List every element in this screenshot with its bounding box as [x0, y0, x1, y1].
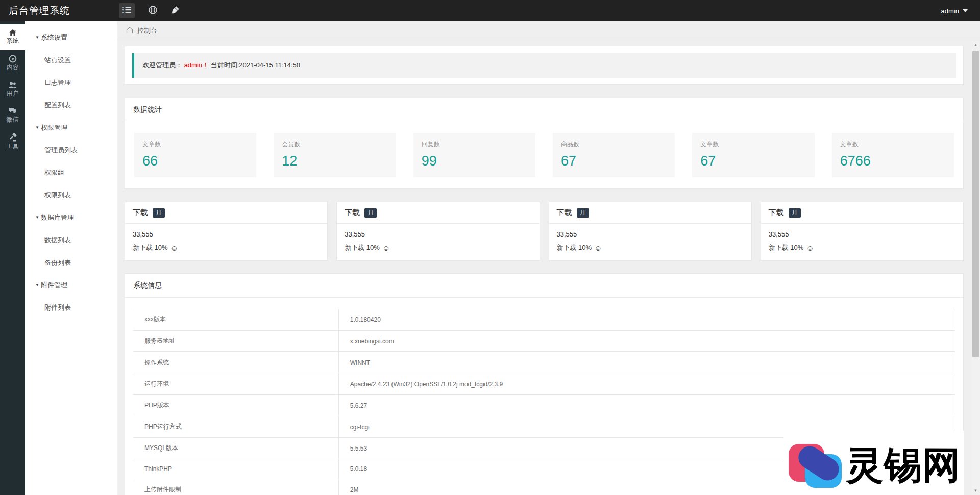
table-row: xxx版本1.0.180420: [133, 309, 955, 331]
month-badge: 月: [364, 208, 377, 218]
download-card: 下载 月 33,555 新下载 10% ☺: [336, 202, 540, 261]
stat-box-members[interactable]: 会员数 12: [274, 133, 396, 177]
vertical-scrollbar[interactable]: ▲ ▼: [971, 41, 980, 495]
menu-item-admin-list[interactable]: 管理员列表: [25, 139, 117, 161]
download-title: 下载: [557, 208, 572, 218]
menu-item-permission-list[interactable]: 权限列表: [25, 184, 117, 206]
sidebar-item-system[interactable]: 系统: [0, 24, 25, 50]
menu-item-log-management[interactable]: 日志管理: [25, 72, 117, 94]
watermark-text: 灵锡网: [846, 446, 961, 484]
menu-item-data-list[interactable]: 数据列表: [25, 229, 117, 251]
menu-item-config-list[interactable]: 配置列表: [25, 94, 117, 116]
stat-box-articles-3[interactable]: 文章数 6766: [832, 133, 954, 177]
stat-label: 商品数: [561, 140, 667, 149]
top-header: 后台管理系统 admin: [0, 0, 980, 21]
month-badge: 月: [153, 208, 165, 218]
caret-down-icon: ▼: [35, 282, 39, 287]
caret-down-icon: ▼: [35, 125, 39, 130]
menu-item-backup-list[interactable]: 备份列表: [25, 251, 117, 274]
scroll-up-arrow[interactable]: ▲: [971, 41, 980, 50]
download-sub: 新下载 10%: [557, 243, 592, 252]
breadcrumb-label[interactable]: 控制台: [137, 26, 157, 35]
welcome-username: admin！: [184, 61, 209, 69]
sidebar-toggle-button[interactable]: [119, 3, 135, 18]
welcome-alert: 欢迎管理员： admin！ 当前时间:2021-04-15 11:14:50: [132, 53, 956, 78]
stat-value: 67: [700, 153, 806, 169]
table-row: PHP版本5.6.27: [133, 395, 955, 416]
download-value: 33,555: [133, 230, 320, 238]
stat-label: 文章数: [840, 140, 946, 149]
watermark: 灵锡网: [783, 431, 964, 495]
download-value: 33,555: [345, 230, 531, 238]
download-sub: 新下载 10%: [769, 243, 804, 252]
current-user: admin: [941, 7, 959, 15]
users-icon: [0, 81, 25, 89]
download-value: 33,555: [769, 230, 955, 238]
stat-value: 66: [142, 153, 248, 169]
list-icon: [122, 6, 131, 15]
download-card: 下载 月 33,555 新下载 10% ☺: [125, 202, 328, 261]
download-title: 下载: [345, 208, 360, 218]
download-value: 33,555: [557, 230, 744, 238]
sidebar-item-users[interactable]: 用户: [0, 77, 25, 103]
download-title: 下载: [769, 208, 784, 218]
scroll-down-arrow[interactable]: ▼: [971, 486, 980, 495]
stat-label: 会员数: [282, 140, 387, 149]
menu-item-attachment-list[interactable]: 附件列表: [25, 296, 117, 319]
app-title: 后台管理系统: [0, 4, 117, 17]
table-row: 服务器地址x.xuebingsi.com: [133, 331, 955, 352]
user-menu[interactable]: admin: [941, 7, 968, 15]
welcome-time: 当前时间:2021-04-15 11:14:50: [211, 61, 300, 69]
download-card: 下载 月 33,555 新下载 10% ☺: [761, 202, 964, 261]
menu-group-system-settings[interactable]: ▼系统设置: [25, 27, 117, 49]
globe-button[interactable]: [149, 6, 157, 16]
sidebar-item-label: 用户: [7, 90, 19, 97]
system-info-title: 系统信息: [125, 274, 963, 298]
sidebar-item-label: 系统: [7, 37, 19, 44]
menu-group-attachments[interactable]: ▼附件管理: [25, 274, 117, 296]
menu-item-site-settings[interactable]: 站点设置: [25, 49, 117, 72]
gavel-icon: [0, 133, 25, 142]
chevron-down-icon: [963, 9, 968, 12]
stat-box-products[interactable]: 商品数 67: [553, 133, 675, 177]
scrollbar-thumb[interactable]: [972, 51, 979, 357]
menu-group-database[interactable]: ▼数据库管理: [25, 206, 117, 229]
home-outline-icon[interactable]: [126, 26, 134, 35]
menu-item-permission-group[interactable]: 权限组: [25, 161, 117, 184]
breadcrumb: 控制台: [117, 21, 980, 40]
stats-body: 文章数 66 会员数 12 回复数 99 商品数 67: [125, 122, 963, 188]
watermark-logo-icon: [789, 440, 846, 490]
download-card: 下载 月 33,555 新下载 10% ☺: [549, 202, 752, 261]
stat-label: 文章数: [142, 140, 248, 149]
stat-value: 99: [422, 153, 527, 169]
globe-icon: [149, 6, 157, 16]
smiley-icon: ☺: [382, 245, 390, 251]
welcome-card: 欢迎管理员： admin！ 当前时间:2021-04-15 11:14:50: [125, 46, 964, 85]
disc-icon: [0, 55, 25, 63]
download-sub: 新下载 10%: [345, 243, 380, 252]
stat-box-articles-2[interactable]: 文章数 67: [692, 133, 814, 177]
sidebar-item-wechat[interactable]: 微信: [0, 103, 25, 129]
download-cards-row: 下载 月 33,555 新下载 10% ☺ 下载 月: [125, 202, 964, 261]
stat-value: 6766: [840, 153, 946, 169]
menu-panel: ▼系统设置 站点设置 日志管理 配置列表 ▼权限管理 管理员列表 权限组 权限列…: [25, 21, 117, 495]
stat-box-replies[interactable]: 回复数 99: [413, 133, 535, 177]
menu-group-permissions[interactable]: ▼权限管理: [25, 116, 117, 139]
sidebar-item-content[interactable]: 内容: [0, 50, 25, 77]
sidebar-item-label: 微信: [7, 116, 19, 123]
caret-down-icon: ▼: [35, 35, 39, 40]
clear-cache-button[interactable]: [171, 6, 180, 16]
table-row: 运行环境Apache/2.4.23 (Win32) OpenSSL/1.0.2j…: [133, 373, 955, 395]
table-row: 操作系统WINNT: [133, 352, 955, 373]
content-area: 控制台 欢迎管理员： admin！ 当前时间:2021-04-15 11:14:…: [117, 21, 980, 495]
stat-box-articles[interactable]: 文章数 66: [134, 133, 256, 177]
sidebar-item-label: 内容: [7, 64, 19, 71]
comments-icon: [0, 107, 25, 115]
sidebar-item-tools[interactable]: 工具: [0, 129, 25, 155]
smiley-icon: ☺: [594, 245, 602, 251]
download-sub: 新下载 10%: [133, 243, 168, 252]
home-icon: [0, 29, 25, 36]
stat-label: 回复数: [422, 140, 527, 149]
smiley-icon: ☺: [170, 245, 178, 251]
stat-value: 12: [282, 153, 387, 169]
